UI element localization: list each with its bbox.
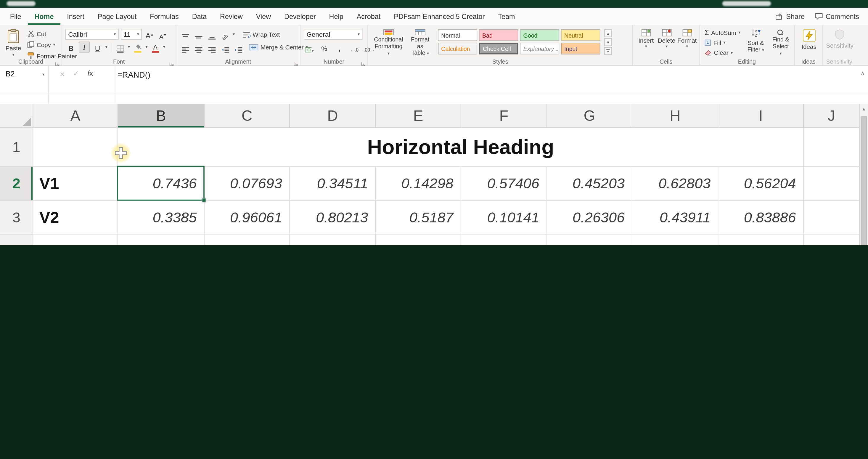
style-check-cell[interactable]: Check Cell — [479, 43, 518, 54]
cell-a1[interactable] — [33, 128, 118, 167]
formula-bar-collapse-icon[interactable]: ∧ — [861, 70, 865, 76]
cell-f2[interactable]: 0.57406 — [461, 167, 547, 201]
paste-dropdown-arrow[interactable]: ▾ — [12, 53, 14, 57]
col-header-h[interactable]: H — [632, 104, 718, 128]
style-bad[interactable]: Bad — [479, 29, 518, 41]
ideas-button[interactable]: Ideas — [798, 27, 820, 52]
row-header-4[interactable]: 4 — [0, 235, 33, 245]
cell-c4[interactable]: 0.18297 — [205, 235, 290, 245]
tab-developer[interactable]: Developer — [278, 8, 323, 25]
cell-e2[interactable]: 0.14298 — [376, 167, 461, 201]
fill-color-button[interactable] — [132, 41, 143, 53]
clipboard-dialog-launcher[interactable] — [55, 59, 60, 64]
cell-g4[interactable]: 0.67486 — [547, 235, 632, 245]
decrease-font-size-button[interactable]: A▼ — [157, 29, 168, 40]
comments-button[interactable]: Comments — [814, 12, 859, 20]
cell-j2[interactable] — [804, 167, 859, 201]
cell-j3[interactable] — [804, 201, 859, 235]
alignment-dialog-launcher[interactable] — [293, 59, 299, 64]
cell-g2[interactable]: 0.45203 — [547, 167, 632, 201]
tab-team[interactable]: Team — [491, 8, 522, 25]
tab-insert[interactable]: Insert — [60, 8, 91, 25]
align-bottom-button[interactable] — [206, 29, 217, 40]
font-name-combo[interactable]: Calibri▾ — [65, 29, 119, 40]
style-input[interactable]: Input — [561, 43, 600, 54]
paste-button[interactable]: Paste ▾ — [3, 27, 23, 61]
decrease-indent-button[interactable] — [219, 41, 230, 53]
increase-indent-button[interactable] — [233, 41, 244, 53]
number-dialog-launcher[interactable] — [361, 59, 367, 64]
row-header-3[interactable]: 3 — [0, 201, 33, 235]
cell-e3[interactable]: 0.5187 — [376, 201, 461, 235]
tab-help[interactable]: Help — [322, 8, 350, 25]
cell-h2[interactable]: 0.62803 — [632, 167, 718, 201]
tab-acrobat[interactable]: Acrobat — [350, 8, 387, 25]
formula-input[interactable]: =RAND() — [118, 70, 150, 79]
tab-view[interactable]: View — [249, 8, 277, 25]
gallery-down-button[interactable]: ▼ — [604, 38, 612, 46]
clear-button[interactable]: Clear ▾ — [703, 48, 742, 57]
tab-formulas[interactable]: Formulas — [143, 8, 185, 25]
font-color-button[interactable]: A — [150, 41, 161, 53]
insert-cells-button[interactable]: Insert ▾ — [636, 27, 656, 58]
cell-j4[interactable] — [804, 235, 859, 245]
row-header-2[interactable]: 2 — [0, 167, 33, 201]
cell-i3[interactable]: 0.83886 — [718, 201, 804, 235]
col-header-b[interactable]: B — [118, 104, 205, 128]
fill-button[interactable]: Fill ▾ — [703, 38, 742, 48]
cell-h3[interactable]: 0.43911 — [632, 201, 718, 235]
tab-data[interactable]: Data — [185, 8, 213, 25]
sensitivity-button[interactable]: Sensitivity — [826, 27, 854, 51]
style-normal[interactable]: Normal — [438, 29, 477, 41]
vertical-scroll-thumb[interactable] — [861, 116, 867, 245]
col-header-g[interactable]: G — [547, 104, 632, 128]
accounting-format-button[interactable]: ▾ — [304, 41, 315, 53]
cell-f4[interactable]: 0.51511 — [461, 235, 547, 245]
style-good[interactable]: Good — [520, 29, 559, 41]
format-as-table-button[interactable]: Format asTable ▾ — [406, 27, 435, 58]
col-header-c[interactable]: C — [205, 104, 290, 128]
cell-b4[interactable]: 0.74099 — [118, 235, 205, 245]
number-format-combo[interactable]: General▾ — [304, 29, 362, 40]
style-calculation[interactable]: Calculation — [438, 43, 477, 54]
align-middle-button[interactable] — [193, 29, 204, 40]
name-box[interactable]: B2 ▾ — [0, 66, 49, 104]
row-header-1[interactable]: 1 — [0, 128, 33, 167]
cell-g3[interactable]: 0.26306 — [547, 201, 632, 235]
sort-filter-button[interactable]: AZ Sort &Filter ▾ — [745, 27, 767, 58]
cell-a2[interactable]: V1 — [33, 167, 118, 201]
cell-h4[interactable]: 0.27079 — [632, 235, 718, 245]
cell-d4[interactable]: 0.85794 — [290, 235, 376, 245]
col-header-d[interactable]: D — [290, 104, 376, 128]
gallery-more-button[interactable]: ▼ — [604, 47, 612, 55]
underline-dropdown-arrow[interactable]: ▾ — [105, 45, 107, 49]
wrap-text-button[interactable]: Wrap Text — [240, 29, 282, 40]
col-header-f[interactable]: F — [461, 104, 547, 128]
font-dialog-launcher[interactable] — [169, 59, 175, 64]
cell-i2[interactable]: 0.56204 — [718, 167, 804, 201]
merged-heading-cell[interactable]: Horizontal Heading — [118, 128, 804, 167]
align-top-button[interactable] — [180, 29, 191, 40]
col-header-e[interactable]: E — [376, 104, 461, 128]
align-left-button[interactable] — [180, 41, 191, 53]
gallery-up-button[interactable]: ▲ — [604, 29, 612, 37]
cell-c2[interactable]: 0.07693 — [205, 167, 290, 201]
tab-pdfsam[interactable]: PDFsam Enhanced 5 Creator — [387, 8, 491, 25]
orientation-button[interactable]: ab — [219, 29, 230, 40]
cell-a4[interactable]: V3 — [33, 235, 118, 245]
vertical-scrollbar[interactable]: ▲ — [859, 104, 868, 245]
enter-icon[interactable]: ✓ — [73, 70, 79, 104]
cell-d2[interactable]: 0.34511 — [290, 167, 376, 201]
font-size-combo[interactable]: 11▾ — [121, 29, 142, 40]
increase-decimal-button[interactable]: ←.0 — [349, 41, 360, 53]
col-header-i[interactable]: I — [718, 104, 804, 128]
format-cells-button[interactable]: Format ▾ — [677, 27, 697, 58]
name-box-dropdown-arrow[interactable]: ▾ — [42, 72, 44, 77]
style-neutral[interactable]: Neutral — [561, 29, 600, 41]
tab-file[interactable]: File — [3, 8, 28, 25]
scroll-up-arrow[interactable]: ▲ — [860, 104, 868, 114]
borders-button[interactable] — [115, 41, 126, 53]
cell-d3[interactable]: 0.80213 — [290, 201, 376, 235]
style-explanatory[interactable]: Explanatory ... — [520, 43, 559, 54]
cell-b3[interactable]: 0.3385 — [118, 201, 205, 235]
